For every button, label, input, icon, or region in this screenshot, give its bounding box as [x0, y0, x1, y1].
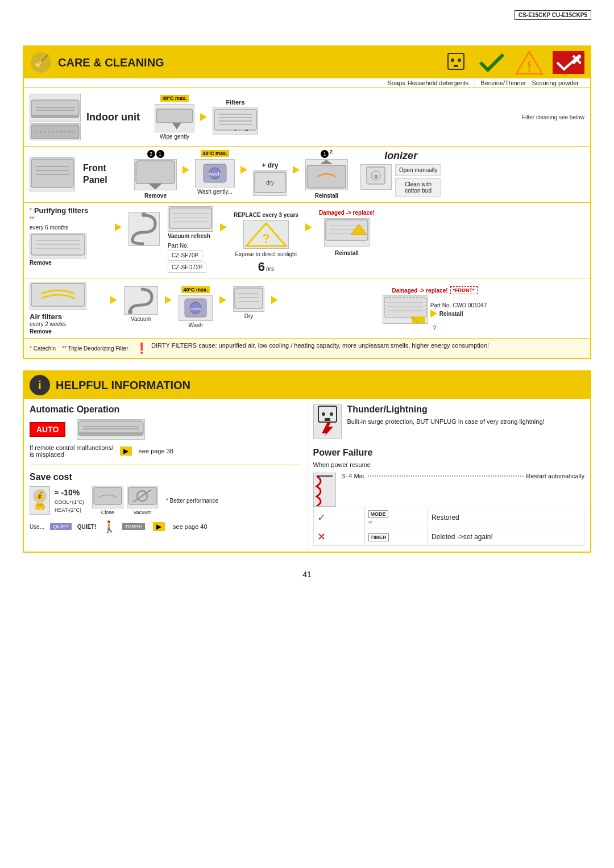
save-cost-title: Save cost	[30, 472, 301, 482]
step-1b: 1	[321, 150, 329, 158]
save-see-page: see page 40	[173, 523, 208, 530]
page-wrapper: CS-E15CKP CU-E15CKP5 🧹 CARE & CLEANING	[0, 0, 614, 868]
reinstall-label-fp: Reinstall	[315, 193, 339, 199]
wash-label-air: Wash	[188, 322, 202, 328]
svg-point-3	[451, 59, 454, 62]
air-filters-row: Air filters every 2 weeks Remove Vacuum …	[24, 278, 590, 339]
better-perf: * Better performance	[166, 498, 218, 504]
info-icon: i	[30, 375, 50, 395]
every-2weeks: every 2 weeks	[30, 321, 103, 327]
time-row: 3- 4 Min. Restart automatically	[342, 473, 585, 479]
temp-badge-2: 40°C max.	[201, 150, 229, 157]
triple-label: Triple Deodorizing Filter	[68, 345, 128, 352]
svg-rect-63	[384, 297, 426, 318]
air-filters-label: Air filters	[30, 312, 103, 321]
mode-value: Restored	[428, 507, 584, 528]
use-label: Use...	[30, 524, 44, 530]
svg-text:wash: wash	[208, 171, 221, 177]
temp-badge: 40°C max.	[160, 95, 188, 102]
mode-label: MODE	[368, 510, 388, 518]
svg-rect-5	[454, 65, 458, 67]
front-panel-row: Front Panel 2 1 Remove	[24, 147, 590, 203]
household-label: Household detergents	[408, 80, 469, 86]
indoor-unit-label: Indoor unit	[86, 111, 149, 123]
svg-text:🤲: 🤲	[34, 501, 45, 512]
auto-see-page: see page 38	[139, 448, 173, 454]
arrow-9	[165, 296, 172, 304]
remove-label-purify: Remove	[30, 260, 108, 266]
double-star-footnote: **	[62, 345, 67, 352]
care-icon: 🧹	[30, 51, 52, 74]
vacuum-refresh-label: Vacuum refresh	[168, 233, 210, 239]
replace-label: REPLACE every 3 years	[234, 212, 298, 218]
svg-point-4	[458, 59, 461, 62]
purifying-label: Purifying filters	[34, 206, 108, 215]
helpful-title: HELPFUL INFORMATION	[56, 379, 190, 392]
svg-point-42	[142, 212, 146, 217]
svg-rect-28	[136, 161, 175, 183]
ionizer-label: Ionizer	[384, 150, 417, 162]
svg-text:wash: wash	[190, 306, 201, 311]
auto-badge: AUTO	[30, 422, 65, 437]
auto-op-title: Automatic Operation	[30, 404, 301, 415]
thunder-title: Thunder/Lightning	[347, 404, 585, 415]
svg-text:⊙: ⊙	[374, 174, 378, 179]
wipe-label: Wipe gently	[160, 133, 189, 140]
front-panel-label: Front Panel	[83, 162, 128, 186]
svg-point-79	[330, 412, 333, 416]
part-no-air: Part No. CWD 001047	[430, 302, 487, 308]
when-power: When power resume	[313, 461, 585, 468]
timer-badge: TIMER!	[122, 523, 146, 530]
minus-10: ≈ -10%	[55, 488, 84, 497]
star-purify: *	[30, 207, 32, 214]
double-star-purify: **	[30, 216, 34, 222]
expose-label: Expose to direct sunlight	[235, 251, 297, 257]
timer-value: Deleted ->set again!	[428, 528, 584, 546]
exclamation-icon: ❗	[135, 342, 148, 354]
catechin-label: Catechin	[34, 345, 56, 352]
svg-rect-10	[31, 100, 79, 117]
auto-op-row: AUTO	[30, 419, 301, 440]
indoor-unit-row: Indoor unit 40°C max. Wipe gently Fil	[24, 88, 590, 147]
dry-label: + dry	[262, 161, 278, 169]
filter-cleaning-note: Filter cleaning see below	[522, 114, 584, 120]
dirty-filters-text: DIRTY FILTERS cause: unpurified air, low…	[151, 342, 489, 349]
heat-label: HEAT-(2°C)	[55, 507, 84, 513]
svg-marker-81	[322, 422, 333, 437]
part-no-2: CZ-SFD72P	[168, 262, 206, 273]
benzine-label: Benzine/Thinner	[480, 80, 526, 86]
helpful-content: Automatic Operation AUTO If remote contr…	[24, 399, 590, 552]
save-arrow: ▶	[153, 522, 165, 531]
svg-rect-74	[94, 487, 122, 504]
helpful-header: i HELPFUL INFORMATION	[24, 372, 590, 399]
damaged-label-purify: Damaged -> replace!	[319, 210, 375, 216]
save-cost-row: 💰 🤲 ≈ -10% COOL+(1°C) HEAT-(2°C)	[30, 486, 301, 515]
damaged-label-air: Damaged -> replace!	[392, 287, 447, 294]
front-label: *FRONT*	[450, 286, 478, 294]
arrow-3	[240, 166, 247, 174]
mode-row: ✓ MODE ⇄ Restored	[313, 507, 584, 528]
auto-arrow: ▶	[120, 446, 132, 456]
clean-cotton-box: Clean with cotton bud	[395, 178, 441, 197]
page-number: 41	[23, 570, 591, 579]
svg-rect-34	[307, 165, 346, 188]
timer-label-pf: TIMER	[368, 533, 389, 541]
svg-rect-16	[156, 109, 193, 123]
arrow-8	[110, 296, 117, 304]
svg-point-78	[322, 412, 325, 416]
walk-icon: 🚶	[102, 520, 117, 533]
remove-label-fp: Remove	[144, 193, 167, 199]
arrow-11	[271, 296, 278, 304]
svg-rect-11	[31, 115, 79, 118]
time-label: 3- 4 Min.	[342, 473, 366, 479]
wash-label: Wash gently...	[197, 189, 233, 195]
step-2: 2	[147, 150, 155, 158]
care-section: 🧹 CARE & CLEANING	[23, 45, 591, 359]
svg-text:?: ?	[262, 231, 269, 245]
arrow-10	[219, 296, 226, 304]
power-failure-title: Power Failure	[313, 448, 585, 458]
soaps-label: Soaps	[387, 80, 405, 86]
care-header: 🧹 CARE & CLEANING	[24, 47, 590, 78]
timer-row: ✕ TIMER Deleted ->set again!	[313, 528, 584, 546]
vacuum-label-air: Vacuum	[131, 316, 151, 322]
